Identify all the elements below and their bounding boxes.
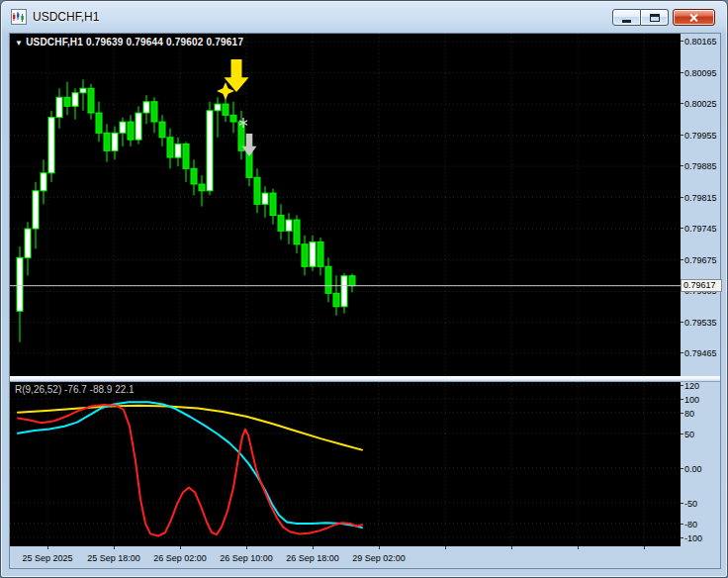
chart-icon (11, 9, 27, 25)
symbol-ohlc-text: USDCHF,H1 0.79639 0.79644 0.79602 0.7961… (26, 37, 243, 48)
window-title: USDCHF,H1 (33, 10, 99, 24)
price-scale-label: 0.79675 (684, 255, 717, 265)
title-bar[interactable]: USDCHF,H1 (1, 1, 727, 33)
price-scale-label: 0.79745 (684, 224, 717, 234)
indicator-scale-label: 50 (684, 430, 694, 439)
price-scale-label: 0.79885 (684, 161, 717, 171)
time-axis-tick (246, 546, 247, 549)
time-axis-label: 25 Sep 2025 (22, 553, 72, 563)
sell-arrow-yellow-large (225, 59, 249, 92)
indicator-scale-label: -80 (684, 520, 697, 530)
time-axis-tick (114, 546, 115, 549)
time-axis-tick (644, 546, 645, 549)
indicator-pane[interactable]: R(9,26,52) -76.7 -88.9 22.1 (10, 382, 681, 546)
time-axis[interactable]: 25 Sep 202525 Sep 18:0026 Sep 02:0026 Se… (10, 546, 720, 569)
asterisk-white (239, 118, 247, 128)
time-axis-tick (379, 546, 380, 549)
price-scale[interactable]: 0.801650.800950.800250.799550.798850.798… (681, 34, 722, 546)
maximize-icon (650, 14, 660, 22)
indicator-scale-label: 100 (684, 395, 699, 405)
app-window: USDCHF,H1 ▼USDCHF,H1 0.79639 0.7 (0, 0, 728, 578)
price-scale-label: 0.80095 (684, 68, 717, 78)
minimize-button[interactable] (612, 9, 641, 26)
price-scale-label: 0.79465 (684, 348, 717, 358)
price-scale-label: 0.79815 (684, 193, 717, 203)
window-controls (612, 9, 715, 26)
oscillator-chart (10, 382, 681, 546)
maximize-button[interactable] (641, 9, 669, 26)
chart-canvas[interactable]: ▼USDCHF,H1 0.79639 0.79644 0.79602 0.796… (10, 34, 681, 546)
bid-price-box: 0.79617 (681, 279, 722, 292)
close-icon (688, 13, 699, 23)
time-axis-tick (313, 546, 314, 549)
indicator-label: R(9,26,52) -76.7 -88.9 22.1 (15, 384, 135, 395)
price-scale-label: 0.80165 (684, 37, 717, 47)
price-scale-label: 0.80025 (684, 99, 717, 109)
collapse-triangle-icon[interactable]: ▼ (15, 39, 23, 48)
indicator-scale-label: -100 (684, 533, 702, 543)
time-axis-label: 26 Sep 10:00 (220, 553, 273, 563)
time-axis-label: 26 Sep 18:00 (286, 553, 339, 563)
price-scale-label: 0.79955 (684, 131, 717, 141)
oscillator-line-cyan (18, 402, 362, 528)
chart-ohlc-label: ▼USDCHF,H1 0.79639 0.79644 0.79602 0.796… (15, 37, 243, 48)
time-axis-label: 25 Sep 18:00 (87, 553, 140, 563)
minimize-icon (622, 20, 631, 23)
indicator-scale-label: -50 (684, 499, 697, 509)
indicator-scale-label: 0.00 (684, 464, 702, 474)
indicator-scale-label: 120 (684, 381, 699, 391)
pane-divider[interactable] (10, 376, 720, 382)
time-axis-tick (511, 546, 512, 549)
close-button[interactable] (673, 9, 715, 26)
time-axis-tick (47, 546, 48, 549)
sell-arrow-gray (242, 134, 257, 156)
chart-client-area: ▼USDCHF,H1 0.79639 0.79644 0.79602 0.796… (9, 33, 721, 569)
time-axis-label: 26 Sep 02:00 (153, 553, 207, 563)
indicator-scale-label: 80 (684, 409, 694, 419)
time-axis-tick (180, 546, 181, 549)
time-axis-tick (445, 546, 446, 549)
main-price-pane[interactable]: ▼USDCHF,H1 0.79639 0.79644 0.79602 0.796… (10, 34, 681, 376)
time-axis-tick (578, 546, 579, 549)
price-scale-label: 0.79535 (684, 318, 717, 328)
time-axis-label: 29 Sep 02:00 (352, 553, 406, 563)
signal-overlay (10, 34, 681, 376)
